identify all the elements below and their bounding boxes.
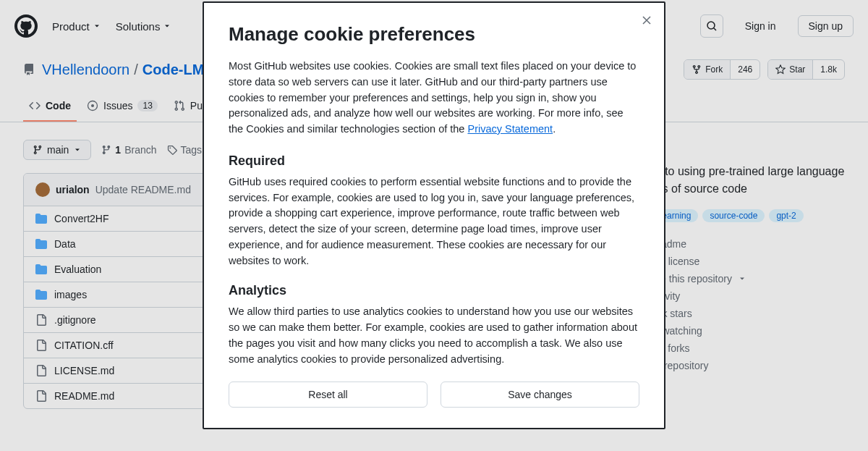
reset-all-button[interactable]: Reset all (229, 382, 427, 408)
privacy-statement-link[interactable]: Privacy Statement (467, 123, 553, 135)
modal-buttons: Reset all Save changes (229, 382, 639, 408)
modal-intro: Most GitHub websites use cookies. Cookie… (229, 59, 639, 138)
analytics-section: Analytics We allow third parties to use … (229, 283, 639, 367)
required-section: Required GitHub uses required cookies to… (229, 153, 639, 269)
analytics-text: We allow third parties to use analytics … (229, 304, 639, 367)
modal-title: Manage cookie preferences (229, 23, 639, 46)
required-text: GitHub uses required cookies to perform … (229, 174, 639, 269)
modal-intro-text: Most GitHub websites use cookies. Cookie… (229, 60, 636, 135)
required-heading: Required (229, 153, 639, 169)
modal-overlay: Manage cookie preferences Most GitHub we… (0, 0, 868, 451)
save-changes-button[interactable]: Save changes (441, 382, 639, 408)
analytics-heading: Analytics (229, 283, 639, 298)
cookie-preferences-modal: Manage cookie preferences Most GitHub we… (203, 1, 665, 429)
close-button[interactable] (639, 13, 654, 28)
close-icon (641, 14, 652, 26)
